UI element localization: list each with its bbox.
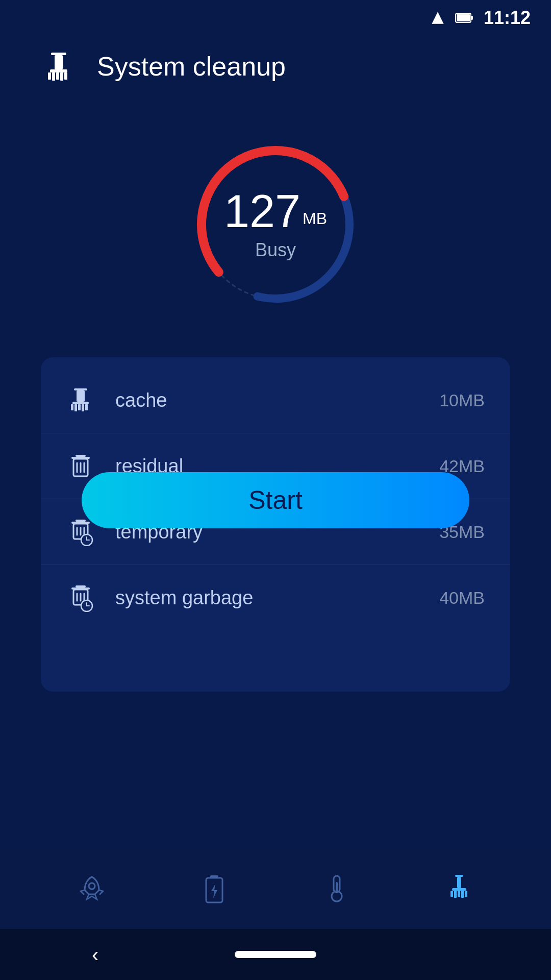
svg-rect-5 [55,55,63,69]
svg-rect-20 [78,404,81,410]
gauge-center: 127MB Busy [224,188,327,261]
gauge-wrapper: 127MB Busy [189,138,362,311]
svg-rect-58 [458,891,460,897]
start-button-wrapper: Start [41,641,510,676]
svg-rect-9 [56,72,59,80]
svg-rect-18 [71,404,73,410]
svg-rect-7 [48,72,51,80]
cache-icon [66,386,95,414]
thermometer-icon [321,873,352,903]
start-button[interactable]: Start [82,472,469,528]
item-size-garbage: 40MB [439,588,485,608]
svg-rect-16 [77,390,85,402]
item-size-cache: 10MB [439,390,485,410]
garbage-icon [66,583,95,612]
list-item: cache 10MB [41,368,510,433]
gauge-unit: MB [303,209,327,228]
rocket-icon [77,873,107,903]
svg-rect-53 [455,875,463,877]
svg-rect-38 [76,585,86,587]
svg-rect-22 [85,404,88,410]
gauge-container: 127MB Busy [0,102,551,347]
svg-rect-49 [210,875,218,878]
svg-rect-59 [461,891,464,898]
svg-rect-29 [76,520,86,522]
nav-item-boost[interactable] [61,863,122,914]
svg-point-47 [89,883,95,889]
svg-rect-3 [471,16,473,20]
app-icon [41,48,77,84]
gauge-label: Busy [224,239,327,261]
svg-rect-10 [60,72,63,81]
status-bar: 11:12 [0,0,551,36]
back-button[interactable]: ‹ [92,943,98,966]
svg-rect-19 [74,404,77,411]
svg-rect-8 [52,72,55,81]
nav-item-cleanup[interactable] [429,863,490,914]
svg-rect-60 [465,891,467,897]
list-item: system garbage 40MB [41,565,510,630]
broom-nav-icon [444,873,474,903]
svg-rect-23 [76,455,86,457]
header: System cleanup [0,36,551,97]
temporary-icon [66,518,95,546]
svg-rect-15 [74,388,87,390]
svg-rect-55 [452,888,466,891]
main-panel: cache 10MB residual 42MB [41,357,510,692]
svg-rect-4 [51,53,66,55]
item-name-garbage: system garbage [115,587,419,609]
bottom-nav [0,847,551,929]
item-name-cache: cache [115,389,419,411]
svg-rect-21 [82,404,84,411]
svg-rect-57 [454,891,457,898]
svg-rect-6 [50,69,67,72]
nav-item-temperature[interactable] [306,863,367,914]
svg-rect-56 [450,891,453,897]
svg-rect-54 [457,877,461,888]
home-indicator[interactable] [235,951,316,958]
status-time: 11:12 [484,7,531,29]
battery-status-icon [455,12,473,23]
gauge-value: 127 [224,186,300,237]
svg-rect-11 [64,72,67,80]
residual-icon [66,452,95,480]
svg-rect-17 [72,402,89,404]
system-bar: ‹ [0,929,551,980]
battery-nav-icon [199,873,230,903]
page-title: System cleanup [97,51,286,82]
signal-icon [431,11,445,25]
nav-item-battery[interactable] [184,863,245,914]
svg-rect-2 [457,14,470,21]
svg-marker-0 [432,12,443,23]
